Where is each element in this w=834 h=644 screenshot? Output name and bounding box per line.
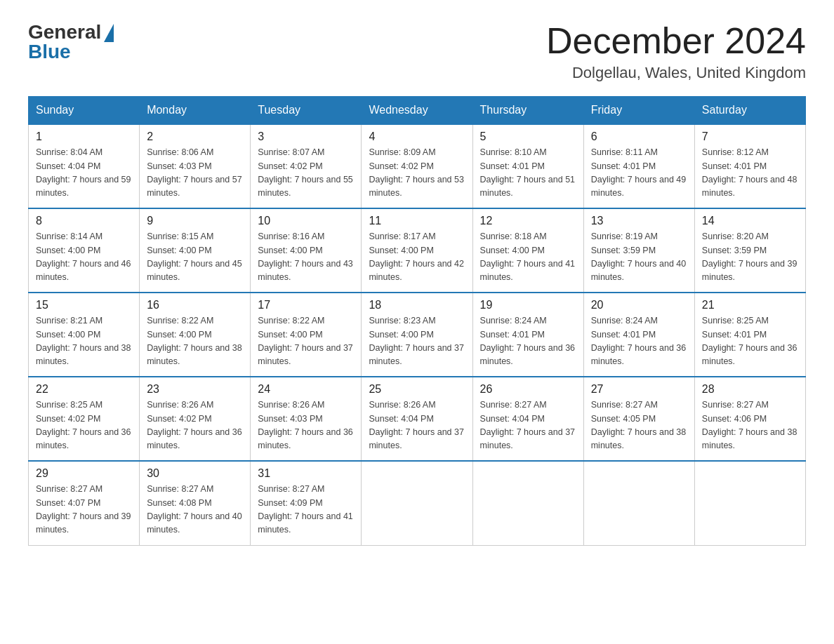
calendar-cell: 10Sunrise: 8:16 AMSunset: 4:00 PMDayligh…	[251, 208, 362, 293]
calendar-cell: 8Sunrise: 8:14 AMSunset: 4:00 PMDaylight…	[29, 208, 140, 293]
calendar-header-row: SundayMondayTuesdayWednesdayThursdayFrid…	[29, 97, 806, 125]
day-number: 26	[480, 383, 576, 396]
calendar-cell: 13Sunrise: 8:19 AMSunset: 3:59 PMDayligh…	[583, 208, 694, 293]
day-info: Sunrise: 8:27 AMSunset: 4:06 PMDaylight:…	[702, 398, 798, 453]
calendar-table: SundayMondayTuesdayWednesdayThursdayFrid…	[28, 96, 806, 546]
day-info: Sunrise: 8:27 AMSunset: 4:09 PMDaylight:…	[258, 483, 354, 537]
calendar-cell: 26Sunrise: 8:27 AMSunset: 4:04 PMDayligh…	[472, 377, 583, 461]
calendar-cell: 3Sunrise: 8:07 AMSunset: 4:02 PMDaylight…	[251, 124, 362, 208]
calendar-cell: 19Sunrise: 8:24 AMSunset: 4:01 PMDayligh…	[472, 293, 583, 377]
calendar-cell: 24Sunrise: 8:26 AMSunset: 4:03 PMDayligh…	[251, 377, 362, 461]
logo: General Blue	[28, 21, 114, 63]
day-number: 10	[258, 215, 354, 227]
header-wednesday: Wednesday	[362, 97, 472, 125]
day-info: Sunrise: 8:11 AMSunset: 4:01 PMDaylight:…	[591, 146, 687, 201]
day-info: Sunrise: 8:14 AMSunset: 4:00 PMDaylight:…	[36, 230, 132, 285]
day-number: 20	[591, 299, 687, 311]
day-number: 22	[36, 383, 132, 396]
day-info: Sunrise: 8:26 AMSunset: 4:04 PMDaylight:…	[369, 398, 465, 453]
calendar-cell: 29Sunrise: 8:27 AMSunset: 4:07 PMDayligh…	[29, 461, 140, 545]
day-info: Sunrise: 8:07 AMSunset: 4:02 PMDaylight:…	[258, 146, 354, 201]
day-number: 8	[36, 215, 132, 227]
location-title: Dolgellau, Wales, United Kingdom	[546, 64, 806, 82]
day-number: 7	[702, 130, 798, 143]
page-header: General Blue December 2024 Dolgellau, Wa…	[28, 21, 806, 82]
day-number: 31	[258, 467, 354, 480]
day-info: Sunrise: 8:19 AMSunset: 3:59 PMDaylight:…	[591, 230, 687, 285]
day-number: 24	[258, 383, 354, 396]
day-number: 17	[258, 299, 354, 311]
day-info: Sunrise: 8:25 AMSunset: 4:01 PMDaylight:…	[702, 314, 798, 369]
calendar-cell: 17Sunrise: 8:22 AMSunset: 4:00 PMDayligh…	[251, 293, 362, 377]
day-number: 4	[369, 130, 465, 143]
day-info: Sunrise: 8:15 AMSunset: 4:00 PMDaylight:…	[147, 230, 243, 285]
calendar-cell: 6Sunrise: 8:11 AMSunset: 4:01 PMDaylight…	[583, 124, 694, 208]
calendar-cell	[362, 461, 472, 545]
day-info: Sunrise: 8:27 AMSunset: 4:04 PMDaylight:…	[480, 398, 576, 453]
week-row-3: 15Sunrise: 8:21 AMSunset: 4:00 PMDayligh…	[29, 293, 806, 377]
day-info: Sunrise: 8:27 AMSunset: 4:08 PMDaylight:…	[147, 483, 243, 537]
day-info: Sunrise: 8:22 AMSunset: 4:00 PMDaylight:…	[258, 314, 354, 369]
day-number: 15	[36, 299, 132, 311]
day-info: Sunrise: 8:16 AMSunset: 4:00 PMDaylight:…	[258, 230, 354, 285]
calendar-cell: 2Sunrise: 8:06 AMSunset: 4:03 PMDaylight…	[140, 124, 251, 208]
day-info: Sunrise: 8:12 AMSunset: 4:01 PMDaylight:…	[702, 146, 798, 201]
week-row-2: 8Sunrise: 8:14 AMSunset: 4:00 PMDaylight…	[29, 208, 806, 293]
day-number: 19	[480, 299, 576, 311]
calendar-cell	[694, 461, 805, 545]
calendar-cell: 1Sunrise: 8:04 AMSunset: 4:04 PMDaylight…	[29, 124, 140, 208]
day-info: Sunrise: 8:09 AMSunset: 4:02 PMDaylight:…	[369, 146, 465, 201]
day-info: Sunrise: 8:26 AMSunset: 4:03 PMDaylight:…	[258, 398, 354, 453]
calendar-cell: 21Sunrise: 8:25 AMSunset: 4:01 PMDayligh…	[694, 293, 805, 377]
day-info: Sunrise: 8:23 AMSunset: 4:00 PMDaylight:…	[369, 314, 465, 369]
week-row-1: 1Sunrise: 8:04 AMSunset: 4:04 PMDaylight…	[29, 124, 806, 208]
day-number: 2	[147, 130, 243, 143]
calendar-cell: 28Sunrise: 8:27 AMSunset: 4:06 PMDayligh…	[694, 377, 805, 461]
calendar-cell: 23Sunrise: 8:26 AMSunset: 4:02 PMDayligh…	[140, 377, 251, 461]
day-number: 23	[147, 383, 243, 396]
month-title: December 2024	[546, 21, 806, 61]
day-number: 25	[369, 383, 465, 396]
header-sunday: Sunday	[29, 97, 140, 125]
calendar-cell: 9Sunrise: 8:15 AMSunset: 4:00 PMDaylight…	[140, 208, 251, 293]
logo-triangle-icon	[104, 24, 114, 42]
day-info: Sunrise: 8:22 AMSunset: 4:00 PMDaylight:…	[147, 314, 243, 369]
day-info: Sunrise: 8:25 AMSunset: 4:02 PMDaylight:…	[36, 398, 132, 453]
header-saturday: Saturday	[694, 97, 805, 125]
calendar-cell: 14Sunrise: 8:20 AMSunset: 3:59 PMDayligh…	[694, 208, 805, 293]
calendar-cell: 16Sunrise: 8:22 AMSunset: 4:00 PMDayligh…	[140, 293, 251, 377]
header-friday: Friday	[583, 97, 694, 125]
logo-blue-text: Blue	[28, 41, 71, 63]
day-number: 28	[702, 383, 798, 396]
day-number: 12	[480, 215, 576, 227]
calendar-cell: 25Sunrise: 8:26 AMSunset: 4:04 PMDayligh…	[362, 377, 472, 461]
day-number: 21	[702, 299, 798, 311]
week-row-4: 22Sunrise: 8:25 AMSunset: 4:02 PMDayligh…	[29, 377, 806, 461]
day-info: Sunrise: 8:17 AMSunset: 4:00 PMDaylight:…	[369, 230, 465, 285]
day-info: Sunrise: 8:06 AMSunset: 4:03 PMDaylight:…	[147, 146, 243, 201]
calendar-cell: 12Sunrise: 8:18 AMSunset: 4:00 PMDayligh…	[472, 208, 583, 293]
day-number: 14	[702, 215, 798, 227]
day-info: Sunrise: 8:26 AMSunset: 4:02 PMDaylight:…	[147, 398, 243, 453]
day-number: 30	[147, 467, 243, 480]
day-number: 6	[591, 130, 687, 143]
day-number: 27	[591, 383, 687, 396]
calendar-cell: 5Sunrise: 8:10 AMSunset: 4:01 PMDaylight…	[472, 124, 583, 208]
day-number: 29	[36, 467, 132, 480]
day-number: 3	[258, 130, 354, 143]
day-number: 18	[369, 299, 465, 311]
calendar-cell: 11Sunrise: 8:17 AMSunset: 4:00 PMDayligh…	[362, 208, 472, 293]
day-number: 9	[147, 215, 243, 227]
day-info: Sunrise: 8:04 AMSunset: 4:04 PMDaylight:…	[36, 146, 132, 201]
day-info: Sunrise: 8:24 AMSunset: 4:01 PMDaylight:…	[591, 314, 687, 369]
day-number: 16	[147, 299, 243, 311]
calendar-cell: 15Sunrise: 8:21 AMSunset: 4:00 PMDayligh…	[29, 293, 140, 377]
calendar-cell	[583, 461, 694, 545]
header-thursday: Thursday	[472, 97, 583, 125]
day-info: Sunrise: 8:18 AMSunset: 4:00 PMDaylight:…	[480, 230, 576, 285]
calendar-cell: 31Sunrise: 8:27 AMSunset: 4:09 PMDayligh…	[251, 461, 362, 545]
calendar-cell: 18Sunrise: 8:23 AMSunset: 4:00 PMDayligh…	[362, 293, 472, 377]
day-number: 13	[591, 215, 687, 227]
day-info: Sunrise: 8:10 AMSunset: 4:01 PMDaylight:…	[480, 146, 576, 201]
day-number: 11	[369, 215, 465, 227]
